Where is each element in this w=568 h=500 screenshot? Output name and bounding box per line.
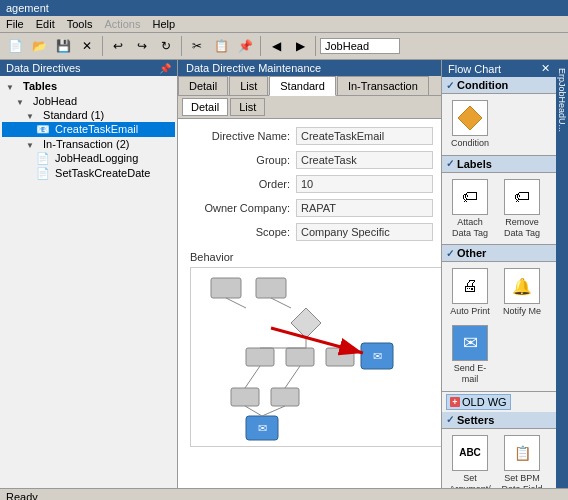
form-row-directivename: Directive Name: CreateTaskEmail — [186, 127, 433, 145]
tool-attach-data-tag[interactable]: 🏷 Attach Data Tag — [446, 177, 494, 241]
old-wg-tag: + OLD WG — [446, 394, 511, 410]
center-tabs: Detail List Standard In-Transaction — [178, 76, 441, 96]
tool-condition[interactable]: Condition — [446, 98, 494, 151]
tool-auto-print[interactable]: 🖨 Auto Print — [446, 266, 494, 319]
tree-area: Tables JobHead Standard (1) 📧 CreateTask… — [0, 76, 177, 488]
old-wg-plus-icon: + — [450, 397, 460, 407]
tree-settaskcreatedate[interactable]: 📄 SetTaskCreateDate — [2, 166, 175, 181]
far-right-tab[interactable]: ErpJobHeadU... — [556, 64, 568, 136]
menu-help[interactable]: Help — [152, 18, 175, 30]
toolbar-undo[interactable]: ↩ — [107, 35, 129, 57]
tool-set-bpm-data-field[interactable]: 📋 Set BPM Data Field — [498, 433, 546, 488]
svg-line-18 — [285, 366, 300, 388]
labels-section-title: Labels — [442, 156, 556, 173]
tab-list[interactable]: List — [229, 76, 268, 95]
tree-section-tables: Tables — [2, 78, 175, 94]
status-text: Ready — [6, 491, 38, 500]
tool-remove-data-tag[interactable]: 🏷 Remove Data Tag — [498, 177, 546, 241]
sub-tabs: Detail List — [178, 96, 441, 119]
scope-label: Scope: — [186, 226, 296, 238]
scope-value: Company Specific — [296, 223, 433, 241]
menu-file[interactable]: File — [6, 18, 24, 30]
center-header: Data Directive Maintenance — [178, 60, 441, 76]
form-row-group: Group: CreateTask — [186, 151, 433, 169]
svg-marker-23 — [458, 106, 482, 130]
tab-detail[interactable]: Detail — [178, 76, 228, 95]
tables-folder-icon — [6, 80, 18, 92]
toolbar-sep3 — [260, 36, 261, 56]
toolbar-new[interactable]: 📄 — [4, 35, 26, 57]
svg-rect-0 — [211, 278, 241, 298]
form-row-scope: Scope: Company Specific — [186, 223, 433, 241]
form-row-order: Order: 10 — [186, 175, 433, 193]
menu-tools[interactable]: Tools — [67, 18, 93, 30]
tree-jobhead[interactable]: JobHead — [2, 94, 175, 108]
workflow-svg: ✉ ✉ — [191, 268, 441, 447]
tab-intransaction[interactable]: In-Transaction — [337, 76, 429, 95]
standard-label: Standard (1) — [43, 109, 104, 121]
group-label: Group: — [186, 154, 296, 166]
subtab-detail[interactable]: Detail — [182, 98, 228, 116]
send-email-label: Send E-mail — [448, 363, 492, 385]
ownercompany-label: Owner Company: — [186, 202, 296, 214]
tree-createtaskemail[interactable]: 📧 CreateTaskEmail — [2, 122, 175, 137]
svg-line-17 — [245, 366, 260, 388]
svg-text:✉: ✉ — [373, 350, 382, 362]
toolbar-copy[interactable]: 📋 — [210, 35, 232, 57]
form-row-ownercompany: Owner Company: RAPAT — [186, 199, 433, 217]
left-panel: Data Directives 📌 Tables JobHead Standar… — [0, 60, 178, 488]
toolbar-save[interactable]: 💾 — [52, 35, 74, 57]
behavior-label: Behavior — [190, 251, 429, 263]
set-argument-icon: ABC — [452, 435, 488, 471]
pin-button[interactable]: 📌 — [159, 63, 171, 74]
subtab-list[interactable]: List — [230, 98, 265, 116]
tool-notify-me[interactable]: 🔔 Notify Me — [498, 266, 546, 319]
toolbar-delete[interactable]: ✕ — [76, 35, 98, 57]
toolbar-back[interactable]: ◀ — [265, 35, 287, 57]
tree-standard[interactable]: Standard (1) — [2, 108, 175, 122]
tool-set-argument[interactable]: ABC Set Argument/ Variable — [446, 433, 494, 488]
toolbar-forward[interactable]: ▶ — [289, 35, 311, 57]
setters-section-title: Setters — [442, 412, 556, 429]
svg-line-13 — [271, 298, 291, 308]
toolbar-refresh[interactable]: ↻ — [155, 35, 177, 57]
toolbar-search-input[interactable] — [320, 38, 400, 54]
notify-me-label: Notify Me — [503, 306, 541, 317]
condition-section-title: Condition — [442, 77, 556, 94]
behavior-canvas[interactable]: ✉ ✉ — [190, 267, 441, 447]
toolbar-paste[interactable]: 📌 — [234, 35, 256, 57]
set-bpm-label: Set BPM Data Field — [500, 473, 544, 488]
menu-edit[interactable]: Edit — [36, 18, 55, 30]
condition-section: Condition Condition — [442, 77, 556, 156]
right-panel: Flow Chart ✕ Condition Condition Labels — [441, 60, 556, 488]
tool-send-email[interactable]: ✉ Send E-mail — [446, 323, 494, 387]
title-text: agement — [6, 2, 49, 14]
behavior-section: Behavior ✉ — [186, 247, 433, 451]
toolbar-cut[interactable]: ✂ — [186, 35, 208, 57]
set-argument-label: Set Argument/ Variable — [448, 473, 492, 488]
svg-line-12 — [226, 298, 246, 308]
toolbar-redo[interactable]: ↪ — [131, 35, 153, 57]
old-wg-area: + OLD WG — [442, 392, 556, 412]
jobheadlogging-label: JobHeadLogging — [55, 152, 138, 164]
tree-intransaction[interactable]: In-Transaction (2) — [2, 137, 175, 151]
toolbar: 📄 📂 💾 ✕ ↩ ↪ ↻ ✂ 📋 📌 ◀ ▶ — [0, 33, 568, 60]
toolbar-open[interactable]: 📂 — [28, 35, 50, 57]
svg-rect-1 — [256, 278, 286, 298]
menu-actions[interactable]: Actions — [104, 18, 140, 30]
svg-marker-2 — [291, 308, 321, 338]
group-value: CreateTask — [296, 151, 433, 169]
order-label: Order: — [186, 178, 296, 190]
tables-label: Tables — [23, 80, 57, 92]
center-title: Data Directive Maintenance — [186, 62, 321, 74]
createtaskemail-label: CreateTaskEmail — [55, 123, 138, 135]
right-panel-close[interactable]: ✕ — [541, 62, 550, 75]
set-bpm-icon: 📋 — [504, 435, 540, 471]
attach-data-tag-icon: 🏷 — [452, 179, 488, 215]
jobheadlogging-icon: 📄 — [36, 152, 50, 164]
other-items: 🖨 Auto Print 🔔 Notify Me ✉ Send E-mail — [442, 262, 556, 390]
tab-standard[interactable]: Standard — [269, 76, 336, 96]
other-section-title: Other — [442, 245, 556, 262]
tree-jobheadlogging[interactable]: 📄 JobHeadLogging — [2, 151, 175, 166]
svg-rect-5 — [326, 348, 354, 366]
